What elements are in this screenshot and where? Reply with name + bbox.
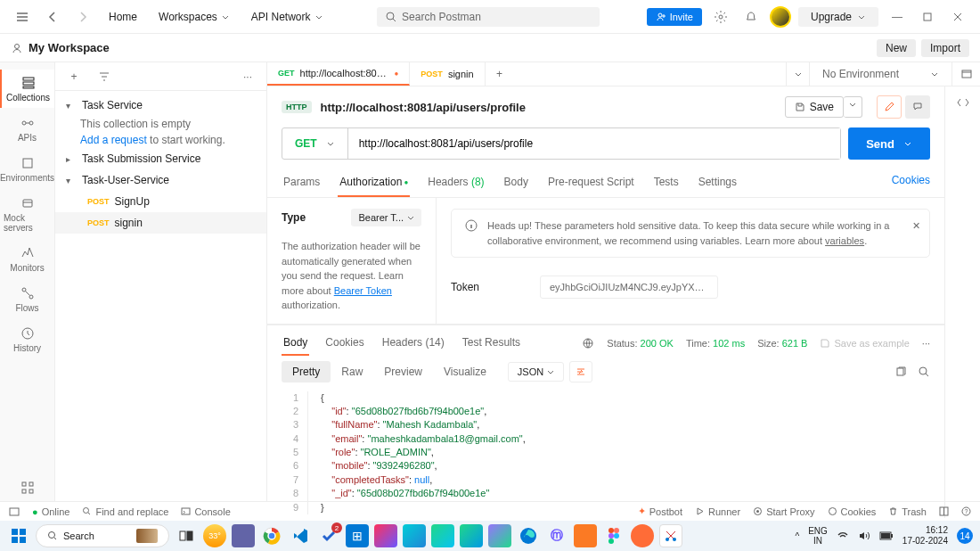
back-icon[interactable] — [41, 5, 64, 29]
tb-app-1[interactable] — [232, 524, 255, 547]
rail-configure[interactable] — [0, 474, 54, 501]
tray-battery-icon[interactable] — [879, 530, 894, 541]
sb-postbot[interactable]: ✦Postbot — [638, 506, 682, 517]
tb-app-cl[interactable] — [460, 524, 483, 547]
tb-app-todo[interactable]: 2 — [317, 524, 340, 547]
tray-lang[interactable]: ENGIN — [808, 526, 828, 546]
save-button[interactable]: Save — [785, 96, 844, 118]
rail-mock[interactable]: Mock servers — [0, 190, 54, 238]
collection-task-service[interactable]: ▾Task Service — [55, 95, 266, 116]
sb-console[interactable]: Console — [181, 506, 230, 517]
token-input[interactable]: eyJhbGciOiJIUzM4NCJ9.eyJpYXQiOjE3MDg... — [540, 276, 718, 299]
tb-edge[interactable] — [517, 524, 540, 547]
api-network-nav[interactable]: API Network — [244, 7, 331, 27]
tb-app-m[interactable]: ⓜ — [545, 524, 568, 547]
invite-button[interactable]: Invite — [647, 8, 702, 26]
tb-postman[interactable] — [631, 524, 654, 547]
sb-trash[interactable]: Trash — [888, 506, 927, 517]
search-response-icon[interactable] — [918, 366, 930, 378]
avatar[interactable] — [770, 6, 791, 28]
tray-notifications[interactable]: 14 — [957, 528, 973, 544]
collection-task-user[interactable]: ▾Task-User-Service — [55, 169, 266, 191]
tb-weather[interactable]: 33° — [203, 524, 226, 547]
minimize-icon[interactable]: — — [886, 5, 909, 29]
filter-icon[interactable] — [93, 65, 116, 88]
menu-icon[interactable] — [11, 5, 34, 29]
view-pretty[interactable]: Pretty — [282, 361, 331, 382]
save-example-button[interactable]: Save as example — [820, 338, 909, 349]
method-dropdown[interactable]: GET — [282, 128, 348, 159]
environment-selector[interactable]: No Environment — [809, 62, 951, 86]
forward-icon[interactable] — [71, 5, 94, 29]
more-icon[interactable]: ··· — [236, 65, 259, 88]
globe-icon[interactable] — [582, 337, 594, 350]
sb-terminal-icon[interactable] — [9, 506, 20, 517]
code-icon[interactable] — [956, 95, 970, 110]
close-icon[interactable] — [946, 5, 969, 29]
add-icon[interactable]: + — [62, 65, 86, 88]
settings-icon[interactable] — [709, 5, 732, 29]
rail-environments[interactable]: Environments — [0, 150, 54, 188]
response-body[interactable]: 1{ 2 "id": "65d08b027fbd6b7f94b00e1e", 3… — [267, 388, 944, 519]
rail-apis[interactable]: APIs — [0, 110, 54, 148]
tb-chrome[interactable] — [260, 524, 283, 547]
taskbar-search[interactable]: Search — [36, 524, 169, 547]
comment-icon[interactable] — [905, 95, 930, 119]
new-button[interactable]: New — [877, 39, 916, 57]
add-request-link[interactable]: Add a request — [80, 134, 147, 146]
import-button[interactable]: Import — [921, 39, 969, 57]
view-raw[interactable]: Raw — [331, 361, 373, 382]
save-dropdown[interactable] — [844, 96, 862, 118]
sb-find[interactable]: Find and replace — [82, 506, 168, 517]
tb-app-pc[interactable] — [431, 524, 454, 547]
view-visualize[interactable]: Visualize — [433, 361, 497, 382]
sb-help-icon[interactable]: ? — [961, 506, 971, 517]
subtab-tests[interactable]: Tests — [652, 169, 681, 197]
sb-proxy[interactable]: Start Proxy — [753, 506, 814, 517]
collection-task-submission[interactable]: ▸Task Submission Service — [55, 148, 266, 169]
add-tab-button[interactable]: + — [486, 62, 514, 86]
sb-layout-icon[interactable] — [939, 506, 949, 517]
env-quicklook-icon[interactable] — [951, 62, 980, 86]
variables-link[interactable]: variables — [825, 235, 864, 246]
subtab-settings[interactable]: Settings — [697, 169, 739, 197]
tray-chevron[interactable]: ^ — [795, 531, 799, 541]
rail-flows[interactable]: Flows — [0, 280, 54, 318]
windows-start[interactable] — [7, 524, 30, 547]
resp-tab-tests[interactable]: Test Results — [461, 331, 522, 356]
sb-cookies[interactable]: Cookies — [828, 506, 877, 517]
subtab-headers[interactable]: Headers (8) — [426, 169, 486, 197]
rail-monitors[interactable]: Monitors — [0, 240, 54, 278]
tb-app-ij[interactable] — [374, 524, 397, 547]
close-banner-icon[interactable]: ✕ — [912, 218, 920, 234]
request-signin[interactable]: POSTsignin — [55, 212, 266, 234]
subtab-params[interactable]: Params — [282, 169, 322, 197]
tb-app-store[interactable]: ⊞ — [346, 524, 369, 547]
request-signup[interactable]: POSTSignUp — [55, 191, 266, 212]
resp-tab-cookies[interactable]: Cookies — [323, 331, 365, 356]
bearer-token-link[interactable]: Bearer Token — [334, 285, 392, 296]
subtab-auth[interactable]: Authorization — [338, 169, 410, 197]
cookies-link[interactable]: Cookies — [892, 174, 930, 192]
rail-history[interactable]: History — [0, 320, 54, 358]
format-dropdown[interactable]: JSON — [508, 362, 564, 382]
send-button[interactable]: Send — [848, 127, 930, 160]
sb-online[interactable]: ●Online — [32, 506, 69, 517]
workspaces-nav[interactable]: Workspaces — [151, 7, 237, 27]
tray-wifi-icon[interactable] — [837, 530, 849, 542]
tb-figma[interactable] — [602, 524, 625, 547]
tray-clock[interactable]: 16:1217-02-2024 — [902, 525, 948, 547]
notification-icon[interactable] — [739, 5, 763, 29]
upgrade-button[interactable]: Upgrade — [798, 7, 878, 27]
tb-app-snip[interactable] — [659, 524, 682, 547]
subtab-prereq[interactable]: Pre-request Script — [546, 169, 636, 197]
subtab-body[interactable]: Body — [502, 169, 530, 197]
url-input[interactable] — [348, 128, 841, 159]
home-nav[interactable]: Home — [102, 7, 144, 27]
maximize-icon[interactable] — [916, 5, 939, 29]
tray-volume-icon[interactable] — [858, 530, 870, 542]
edit-icon[interactable] — [877, 95, 902, 119]
wrap-icon[interactable] — [569, 361, 592, 382]
view-preview[interactable]: Preview — [373, 361, 433, 382]
tab-chevron-icon[interactable] — [786, 62, 809, 86]
